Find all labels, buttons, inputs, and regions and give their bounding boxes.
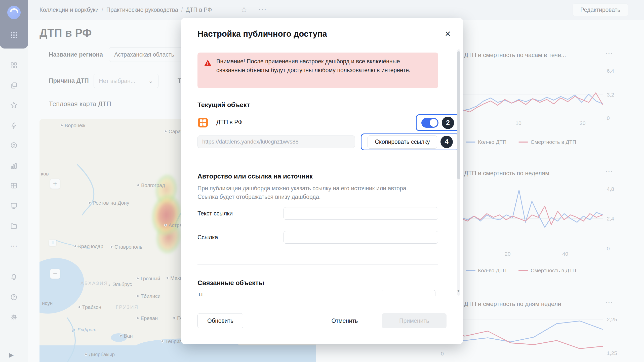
modal-title: Настройка публичного доступа [197, 29, 327, 39]
link-url-input[interactable] [284, 231, 438, 244]
divider [197, 161, 438, 161]
related-partial-select[interactable] [382, 290, 435, 296]
public-access-modal: Настройка публичного доступа ✕ Внимание!… [181, 18, 463, 344]
link-text-label: Текст ссылки [197, 210, 233, 217]
related-objects-heading: Связанные объекты [197, 279, 264, 287]
dashboard-object-icon [198, 118, 208, 127]
scrollbar-thumb[interactable] [457, 51, 460, 179]
divider [197, 264, 438, 265]
authorship-heading: Авторство или ссылка на источник [197, 172, 313, 180]
apply-button[interactable]: Применить [382, 313, 447, 328]
authorship-description: При публикации дашборда можно указать сс… [197, 184, 429, 201]
modal-scrollbar[interactable] [457, 49, 460, 296]
warning-icon [204, 59, 212, 67]
current-object-heading: Текущий объект [197, 101, 250, 109]
copy-link-button[interactable]: Скопировать ссылку [368, 135, 437, 149]
link-text-input[interactable] [284, 207, 438, 220]
copy-callout: Скопировать ссылку 4 [361, 133, 460, 150]
screen: ⋯ ▶ Коллекции и воркбуки / Практические … [0, 0, 644, 362]
toggle-callout: 2 [416, 114, 460, 131]
object-name: ДТП в РФ [216, 119, 243, 126]
public-url-field[interactable] [197, 135, 355, 148]
warning-banner: Внимание! После применения настроек дашб… [197, 53, 438, 88]
cancel-button[interactable]: Отменить [327, 313, 362, 328]
toggle-knob [430, 119, 437, 127]
link-url-label: Ссылка [197, 234, 218, 241]
public-access-toggle[interactable] [421, 118, 438, 128]
warning-text: Внимание! После применения настроек дашб… [216, 57, 428, 75]
step-badge: 2 [442, 117, 454, 129]
close-icon[interactable]: ✕ [442, 28, 453, 39]
related-partial-label: Н [198, 292, 203, 296]
scroll-down-icon[interactable]: ▼ [457, 289, 460, 293]
step-badge: 4 [440, 136, 453, 148]
refresh-button[interactable]: Обновить [197, 313, 243, 328]
